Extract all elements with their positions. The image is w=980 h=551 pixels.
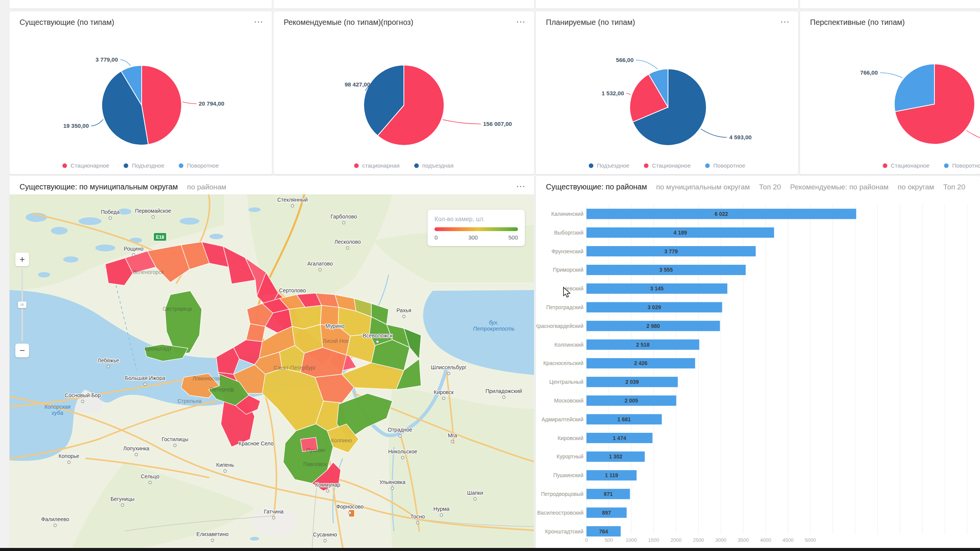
x-axis-tick: 3500 bbox=[738, 537, 749, 543]
x-axis-tick: 4000 bbox=[760, 537, 771, 543]
bar-value-label: 3 145 bbox=[650, 285, 663, 292]
legend-item-Стационарное[interactable]: Стационарное bbox=[883, 162, 929, 169]
map-city-marker bbox=[152, 216, 155, 218]
scrolled-card-stub bbox=[536, 0, 798, 8]
map-city-label: Отрадное bbox=[388, 427, 413, 433]
page-title: Рекомендуемые (по типам)(прогноз) bbox=[284, 18, 413, 27]
map-city-marker bbox=[391, 487, 394, 490]
map-city-marker bbox=[349, 512, 351, 514]
pie-chart-recommended[interactable]: 156 007,0098 427,00 bbox=[274, 45, 534, 149]
bar-value-label: 6 022 bbox=[715, 211, 728, 217]
map-city-marker bbox=[346, 247, 349, 249]
tab-bars-2[interactable]: Топ 20 bbox=[759, 183, 781, 191]
page-title: Существующие (по типам) bbox=[20, 18, 114, 27]
pie-chart-planned[interactable]: 4 593,001 532,00566,00 bbox=[536, 45, 798, 149]
legend-dot-icon bbox=[705, 163, 710, 168]
pie-chart-existing[interactable]: 20 794,0019 350,003 779,00 bbox=[10, 45, 272, 149]
bar-category-label: Московский bbox=[554, 398, 583, 404]
bar-category-label: Красногвардейский bbox=[536, 323, 583, 329]
more-menu-icon[interactable]: ⋯ bbox=[516, 184, 526, 189]
pie-slice-Стационарное[interactable] bbox=[142, 65, 181, 145]
map-city-label: Кировск bbox=[434, 389, 454, 395]
map-city-label: Тосно bbox=[410, 514, 425, 520]
pie-label-leader bbox=[120, 60, 131, 66]
zoom-slider-track[interactable] bbox=[21, 269, 23, 341]
tab-bars-4[interactable]: по округам bbox=[898, 183, 934, 191]
tab-bars-5[interactable]: Топ 20 bbox=[943, 183, 965, 191]
legend-dot-icon bbox=[124, 163, 128, 168]
map-city-marker bbox=[82, 400, 84, 403]
pie-slice-Поворотное[interactable] bbox=[894, 64, 934, 112]
legend-item-Поворотное[interactable]: Поворотное bbox=[179, 162, 219, 169]
bar-category-label: Центральный bbox=[549, 379, 583, 385]
map-city-label: Рахья bbox=[397, 307, 412, 313]
bar-category-label: Кронштадтский bbox=[545, 528, 583, 535]
legend-item-Стационарное[interactable]: Стационарное bbox=[644, 162, 691, 169]
map-city-label: Ульяновка bbox=[379, 479, 405, 485]
zoom-out-button[interactable]: − bbox=[15, 344, 29, 357]
pie-chart-perspective[interactable]: 766,00 bbox=[800, 45, 980, 149]
legend-label: стационарная bbox=[362, 162, 400, 169]
map-city-marker bbox=[149, 481, 152, 484]
pie-value-label: 98 427,00 bbox=[345, 81, 370, 88]
legend-dot-icon bbox=[883, 163, 887, 168]
tab-bars-1[interactable]: по муниципальным округам bbox=[656, 183, 750, 191]
choropleth-map[interactable]: E18ПобедаПервомайскоеСтеклянныйГарболово… bbox=[10, 194, 534, 551]
legend-dot-icon bbox=[644, 163, 648, 168]
legend-tick-min: 0 bbox=[434, 234, 438, 241]
more-menu-icon[interactable]: ⋯ bbox=[254, 19, 263, 24]
legend-item-Подъездное[interactable]: Подъездное bbox=[124, 162, 164, 169]
pie-label-leader bbox=[701, 129, 727, 137]
legend-label: Подъездное bbox=[132, 162, 164, 169]
map-city-label: Кипень bbox=[216, 462, 234, 468]
pie-label-leader bbox=[966, 130, 980, 145]
legend-item-стационарная[interactable]: стационарная bbox=[354, 162, 400, 169]
tab-bars-0[interactable]: Существующие: по районам bbox=[546, 183, 647, 191]
scrolled-card-stub bbox=[10, 0, 272, 8]
legend-item-Поворотное[interactable]: Поворотное bbox=[705, 162, 745, 169]
map-city-label: Гарболово bbox=[330, 214, 357, 220]
bar-category-label: Фрунзенский bbox=[551, 248, 583, 254]
page-title: Планируемые (по типам) bbox=[546, 18, 635, 27]
map-city-label: Шлиссельбург bbox=[431, 364, 466, 370]
legend-tick-max: 500 bbox=[508, 234, 518, 241]
map-city-label: Сертолово bbox=[279, 287, 306, 293]
map-city-label: Нурма bbox=[433, 506, 449, 512]
bar-category-label: Невский bbox=[563, 285, 583, 292]
map-city-marker bbox=[211, 539, 214, 542]
map-city-label: Зеленогорск bbox=[133, 269, 164, 275]
map-city-label: Первомайское bbox=[135, 208, 172, 214]
map-city-marker bbox=[54, 524, 57, 527]
more-menu-icon[interactable]: ⋯ bbox=[780, 19, 790, 24]
legend-item-подъездная[interactable]: подъездная bbox=[414, 162, 454, 169]
pie-value-label: 20 794,00 bbox=[199, 100, 224, 107]
legend-dot-icon bbox=[589, 163, 593, 168]
pie-value-label: 3 779,00 bbox=[96, 56, 118, 63]
bar-chart[interactable]: 0500100015002000250030003500400045005000… bbox=[536, 198, 980, 549]
map-city-label: Приладожский bbox=[485, 388, 522, 394]
map-color-legend: Кол-во камер, шт. 0 300 500 bbox=[428, 210, 525, 246]
tab-bars-3[interactable]: Рекомендуемые: по районам bbox=[790, 183, 889, 191]
bar-category-label: Калининский bbox=[551, 211, 583, 217]
map-city-label: Кронштадт bbox=[144, 346, 172, 352]
map-city-label: Колпино bbox=[331, 437, 352, 443]
tab-map-0[interactable]: Существующие: по муниципальным округам bbox=[20, 183, 178, 191]
more-menu-icon[interactable]: ⋯ bbox=[516, 19, 526, 24]
bar-value-label: 3 779 bbox=[665, 248, 678, 254]
legend-label: Стационарное bbox=[891, 162, 929, 169]
legend-item-Поворотное[interactable]: Поворотное bbox=[944, 162, 980, 169]
map-city-marker bbox=[135, 453, 138, 456]
map-city-label: Стрельна bbox=[178, 398, 202, 404]
legend-label: Поворотное bbox=[713, 162, 745, 169]
map-city-label: Форносово bbox=[336, 504, 364, 510]
pie-value-label: 19 350,00 bbox=[63, 122, 89, 129]
tab-map-1[interactable]: по районам bbox=[187, 183, 227, 191]
legend-item-Подъездное[interactable]: Подъездное bbox=[589, 162, 629, 169]
x-axis-tick: 0 bbox=[585, 537, 588, 543]
zoom-in-button[interactable]: + bbox=[15, 253, 29, 266]
legend-item-Стационарное[interactable]: Стационарное bbox=[62, 162, 109, 169]
map-city-label: Лесколово bbox=[335, 239, 361, 245]
bar-chart-card: Существующие: по районампо муниципальным… bbox=[536, 176, 980, 551]
map-city-marker bbox=[319, 269, 322, 271]
zoom-slider-handle[interactable] bbox=[18, 302, 26, 308]
